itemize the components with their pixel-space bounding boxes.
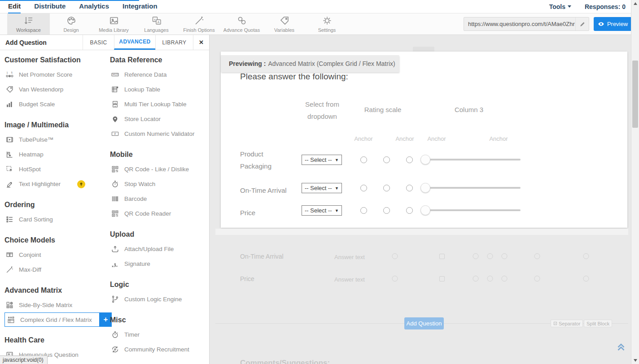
row1-rating-radio-2[interactable]	[383, 156, 390, 163]
premium-badge-icon	[77, 180, 85, 188]
panel-item-attach-upload-file[interactable]: Attach/Upload File	[110, 242, 208, 256]
row1-slider-handle[interactable]	[420, 155, 430, 165]
panel-item-community-recruitment[interactable]: Community Recruitment	[110, 342, 208, 357]
toolbar-media-library[interactable]: Media Library	[92, 13, 135, 35]
row3-rating-radio-3[interactable]	[406, 207, 413, 214]
tab-library[interactable]: LIBRARY	[155, 35, 193, 50]
toolbar-advance-quotas[interactable]: Advance Quotas	[220, 13, 263, 35]
row1-select-dropdown[interactable]: -- Select --▼	[302, 155, 342, 165]
toolbar-languages[interactable]: Languages	[135, 13, 178, 35]
panel-item-lookup-table[interactable]: Lookup Table	[110, 82, 208, 97]
panel-item-conjoint[interactable]: Conjoint	[4, 247, 107, 262]
panel-item-custom-logic-engine[interactable]: Custom Logic Engine	[110, 292, 208, 307]
section-title: Health Care	[4, 336, 107, 344]
row2-rating-radio-3[interactable]	[406, 185, 413, 191]
video-icon	[5, 135, 14, 144]
scrollbar-down-arrow[interactable]	[631, 357, 639, 364]
toolbar-variables[interactable]: Variables	[263, 13, 306, 35]
panel-item-stop-watch[interactable]: Stop Watch	[110, 177, 208, 191]
panel-item-text-highlighter[interactable]: Text Highlighter	[4, 177, 107, 191]
row2-select-dropdown[interactable]: -- Select --▼	[302, 183, 342, 193]
anchor-label: Anchor	[395, 135, 414, 142]
row3-select-dropdown[interactable]: -- Select --▼	[302, 205, 342, 216]
panel-item-max-diff[interactable]: Max-Diff	[4, 262, 107, 277]
dim-radio	[487, 253, 493, 259]
panel-item-net-promoter-score[interactable]: Net Promoter Score	[4, 67, 107, 82]
row2-slider-track[interactable]	[420, 187, 521, 189]
panel-item-tubepulse[interactable]: TubePulse™	[4, 132, 107, 147]
panel-item-budget-scale[interactable]: Budget Scale	[4, 97, 107, 112]
scrollbar-thumb[interactable]	[632, 61, 638, 128]
panel-item-van-westendorp[interactable]: Van Westendorp	[4, 82, 107, 97]
signature-icon	[111, 260, 119, 268]
nav-tab-edit[interactable]: Edit	[8, 0, 21, 13]
panel-item-heatmap[interactable]: Heatmap	[4, 147, 107, 162]
previewing-value: Advanced Matrix (Complex Grid / Flex Mat…	[268, 60, 395, 67]
panel-item-reference-data[interactable]: Reference Data	[110, 67, 208, 82]
add-question-button[interactable]: Add Question	[404, 317, 444, 329]
max-diff-wand-icon	[5, 265, 14, 274]
tools-menu[interactable]: Tools	[549, 3, 571, 10]
hotspot-cursor-icon	[5, 165, 14, 173]
panel-column-2: Data Reference Reference Data Lookup Tab…	[110, 50, 208, 357]
eye-icon	[598, 21, 604, 27]
panel-item-timer[interactable]: Timer	[110, 327, 208, 342]
dim-checkbox	[439, 276, 445, 282]
gear-icon	[322, 15, 333, 26]
top-nav: Edit Distribute Analytics Integration To…	[0, 0, 639, 13]
chevron-down-icon: ▼	[335, 158, 339, 162]
panel-item-complex-grid-flex-matrix[interactable]: Complex Grid / Flex Matrix +	[4, 312, 100, 327]
row2-rating-radio-1[interactable]	[360, 185, 367, 191]
section-title: Logic	[110, 281, 208, 289]
qr-code-icon	[111, 165, 119, 173]
row3-rating-radio-2[interactable]	[383, 207, 390, 214]
tab-advanced[interactable]: ADVANCED	[114, 35, 155, 50]
toolbar-design[interactable]: Design	[50, 13, 92, 35]
panel-item-custom-numeric-validator[interactable]: Custom Numeric Validator	[110, 126, 208, 141]
nav-tab-integration[interactable]: Integration	[123, 0, 158, 13]
row1-rating-radio-1[interactable]	[360, 156, 367, 163]
close-panel-button[interactable]: ✕	[193, 35, 209, 50]
languages-icon	[151, 15, 162, 26]
community-recruitment-icon	[111, 345, 119, 354]
question-title: Please answer the following:	[240, 72, 348, 82]
card-sorting-icon	[5, 215, 14, 224]
panel-item-side-by-side-matrix[interactable]: Side-By-Side Matrix	[4, 298, 107, 312]
panel-item-barcode[interactable]: Barcode	[110, 191, 208, 206]
scroll-to-top-icon[interactable]	[616, 341, 626, 352]
responses-count[interactable]: Responses: 0	[585, 3, 626, 10]
panel-item-card-sorting[interactable]: Card Sorting	[4, 212, 107, 227]
panel-item-signature[interactable]: Signature	[110, 256, 208, 271]
panel-item-hotspot[interactable]: HotSpot	[4, 162, 107, 177]
toolbar-workspace[interactable]: Workspace	[7, 13, 50, 35]
row3-slider-track[interactable]	[420, 209, 521, 211]
split-block-button[interactable]: Split Block	[584, 320, 612, 327]
row2-slider-handle[interactable]	[420, 183, 430, 193]
price-tag-icon	[5, 85, 14, 94]
vertical-scrollbar[interactable]	[631, 0, 639, 364]
row3-rating-radio-1[interactable]	[360, 207, 367, 214]
separator-toggle-button[interactable]: Separator	[551, 320, 583, 327]
row1-rating-radio-3[interactable]	[406, 156, 413, 163]
row3-slider-handle[interactable]	[420, 205, 430, 215]
add-question-panel: Add Question BASIC ADVANCED LIBRARY ✕ Cu…	[0, 35, 210, 364]
panel-item-store-locator[interactable]: Store Locator	[110, 112, 208, 126]
toolbar-settings[interactable]: Settings	[306, 13, 348, 35]
previewing-label: Previewing :	[229, 60, 266, 67]
nav-tab-analytics[interactable]: Analytics	[79, 0, 109, 13]
row2-rating-radio-2[interactable]	[383, 185, 390, 191]
row-label-price: Price	[240, 207, 294, 219]
row1-slider-track[interactable]	[420, 159, 521, 160]
scrollbar-up-arrow[interactable]	[631, 0, 639, 7]
tab-basic[interactable]: BASIC	[83, 35, 114, 50]
nav-tab-distribute[interactable]: Distribute	[34, 0, 66, 13]
panel-item-multi-tier-lookup-table[interactable]: Multi Tier Lookup Table	[110, 97, 208, 112]
conjoint-icon	[5, 251, 14, 259]
survey-url-field[interactable]: https://www.questionpro.com/t/AMae0Zhr	[464, 17, 589, 31]
section-title: Upload	[110, 230, 208, 238]
panel-item-qr-code-reader[interactable]: QR Code Reader	[110, 206, 208, 221]
toolbar-finish-options[interactable]: Finish Options	[178, 13, 220, 35]
edit-url-button[interactable]	[575, 17, 589, 30]
panel-item-qr-code-like-dislike[interactable]: QR Code - Like / Dislike	[110, 162, 208, 177]
preview-button[interactable]: Preview	[594, 17, 632, 31]
